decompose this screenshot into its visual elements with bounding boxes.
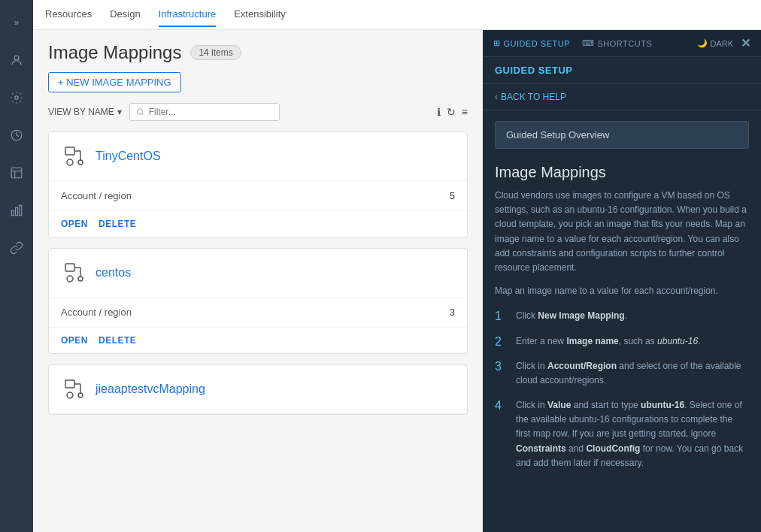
nav-infrastructure[interactable]: Infrastructure <box>159 2 217 27</box>
guided-setup-header: ⊞ GUIDED SETUP ⌨ SHORTCUTS 🌙 DARK ✕ <box>483 30 761 57</box>
sidebar-box-icon[interactable] <box>5 161 29 185</box>
page-title: Image Mappings <box>48 42 181 63</box>
new-image-mapping-button[interactable]: + NEW IMAGE MAPPING <box>48 72 181 92</box>
card-tinycentos-delete[interactable]: DELETE <box>99 219 136 229</box>
step-1-text: Click New Image Mapping. <box>516 309 627 323</box>
sidebar-expand-icon[interactable]: » <box>5 11 29 35</box>
step-3: 3 Click in Account/Region and select one… <box>495 359 749 388</box>
card-tinycentos-actions: OPEN DELETE <box>49 211 467 237</box>
step-3-num: 3 <box>495 360 507 388</box>
card-centos-meta-label: Account / region <box>61 307 132 318</box>
step-4-text: Click in Value and start to type ubuntu-… <box>516 398 749 470</box>
card-jieaapt-header: jieaaptestvcMapping <box>49 365 467 414</box>
sidebar-settings-icon[interactable] <box>5 86 29 110</box>
step-4: 4 Click in Value and start to type ubunt… <box>495 398 749 470</box>
chevron-left-icon: ‹ <box>495 92 498 102</box>
guided-setup-tab-label: GUIDED SETUP <box>504 39 571 48</box>
moon-icon: 🌙 <box>697 38 708 48</box>
guided-title-row: GUIDED SETUP <box>483 57 761 84</box>
tab-shortcuts[interactable]: ⌨ SHORTCUTS <box>582 38 652 48</box>
page-header: Image Mappings 14 items <box>48 42 468 63</box>
guided-content: Image Mappings Cloud vendors use images … <box>483 156 761 488</box>
svg-rect-11 <box>65 264 74 271</box>
toolbar-icons: ℹ ↻ ≡ <box>437 106 468 118</box>
search-icon <box>136 107 144 116</box>
svg-rect-8 <box>65 147 74 155</box>
card-centos-delete[interactable]: DELETE <box>99 335 136 346</box>
card-centos-meta-value: 3 <box>450 307 455 318</box>
card-tinycentos-title[interactable]: TinyCentOS <box>96 150 161 163</box>
dark-mode-button[interactable]: 🌙 DARK <box>697 38 733 48</box>
list-view-icon[interactable]: ≡ <box>462 106 468 118</box>
sidebar-users-icon[interactable] <box>5 48 29 72</box>
guided-description2: Map an image name to a value for each ac… <box>495 284 749 298</box>
step-2: 2 Enter a new Image name, such as ubuntu… <box>495 334 749 349</box>
shortcuts-icon: ⌨ <box>582 38 595 48</box>
guided-tabs: ⊞ GUIDED SETUP ⌨ SHORTCUTS <box>493 38 652 48</box>
step-2-num: 2 <box>495 335 507 349</box>
nav-resources[interactable]: Resources <box>45 2 92 27</box>
view-by-dropdown[interactable]: VIEW BY NAME ▾ <box>48 107 122 117</box>
tab-guided-setup[interactable]: ⊞ GUIDED SETUP <box>493 38 570 48</box>
chevron-down-icon: ▾ <box>117 107 122 117</box>
card-jieaapt-title[interactable]: jieaaptestvcMapping <box>96 382 205 396</box>
svg-point-9 <box>67 159 73 165</box>
svg-point-10 <box>78 160 83 165</box>
card-centos-title[interactable]: centos <box>96 266 131 280</box>
svg-point-16 <box>78 393 83 397</box>
mapping-icon-jieaapt <box>61 376 88 403</box>
guided-section-title: Image Mappings <box>495 164 749 181</box>
svg-rect-6 <box>20 205 22 216</box>
card-tinycentos-meta: Account / region 5 <box>61 190 455 201</box>
card-centos-meta: Account / region 3 <box>61 307 455 318</box>
svg-point-1 <box>15 96 19 100</box>
setup-overview-button[interactable]: Guided Setup Overview <box>495 121 749 149</box>
top-nav: Resources Design Infrastructure Extensib… <box>33 0 761 30</box>
step-1-num: 1 <box>495 310 507 323</box>
sidebar-chart-icon[interactable] <box>5 198 29 222</box>
card-tinycentos-open[interactable]: OPEN <box>61 219 88 229</box>
mapping-icon-tinycentos <box>61 143 88 170</box>
step-2-text: Enter a new Image name, such as ubuntu-1… <box>516 334 701 349</box>
filter-input-wrapper[interactable] <box>129 103 280 121</box>
card-tinycentos-meta-value: 5 <box>450 190 455 201</box>
sidebar: » <box>0 0 33 532</box>
svg-point-13 <box>78 277 83 281</box>
main-wrapper: Resources Design Infrastructure Extensib… <box>33 0 761 532</box>
step-1: 1 Click New Image Mapping. <box>495 309 749 323</box>
refresh-icon[interactable]: ↻ <box>447 106 456 118</box>
card-tinycentos: TinyCentOS Account / region 5 OPEN DELET… <box>48 131 468 237</box>
card-centos: centos Account / region 3 OPEN DELETE <box>48 248 468 354</box>
view-by-label: VIEW BY NAME <box>48 107 114 117</box>
sidebar-link-icon[interactable] <box>5 236 29 260</box>
svg-point-12 <box>67 276 73 282</box>
toolbar: VIEW BY NAME ▾ ℹ ↻ ≡ <box>48 103 468 121</box>
card-tinycentos-body: Account / region 5 <box>49 181 467 211</box>
mapping-icon-centos <box>61 259 88 286</box>
left-panel: Image Mappings 14 items + NEW IMAGE MAPP… <box>33 30 483 532</box>
nav-extensibility[interactable]: Extensibility <box>234 2 286 27</box>
svg-rect-5 <box>16 207 18 216</box>
card-centos-actions: OPEN DELETE <box>49 328 467 353</box>
card-centos-open[interactable]: OPEN <box>61 335 88 346</box>
info-icon[interactable]: ℹ <box>437 106 441 118</box>
nav-design[interactable]: Design <box>110 2 140 27</box>
svg-point-15 <box>67 392 73 398</box>
back-to-help-link[interactable]: ‹ BACK TO HELP <box>483 84 761 110</box>
step-4-num: 4 <box>495 399 507 470</box>
svg-point-7 <box>137 109 142 114</box>
card-tinycentos-header: TinyCentOS <box>49 132 467 181</box>
filter-input[interactable] <box>149 107 273 117</box>
step-3-text: Click in Account/Region and select one o… <box>516 359 749 388</box>
guided-setup-icon: ⊞ <box>493 38 501 48</box>
content-split: Image Mappings 14 items + NEW IMAGE MAPP… <box>33 30 761 532</box>
svg-rect-4 <box>11 210 14 216</box>
card-tinycentos-meta-label: Account / region <box>61 190 132 201</box>
svg-rect-3 <box>11 168 22 178</box>
close-button[interactable]: ✕ <box>741 36 750 50</box>
back-to-help-label: BACK TO HELP <box>501 92 566 102</box>
svg-rect-14 <box>65 380 74 388</box>
sidebar-clock-icon[interactable] <box>5 123 29 147</box>
items-badge: 14 items <box>190 45 241 60</box>
card-centos-header: centos <box>49 249 467 298</box>
